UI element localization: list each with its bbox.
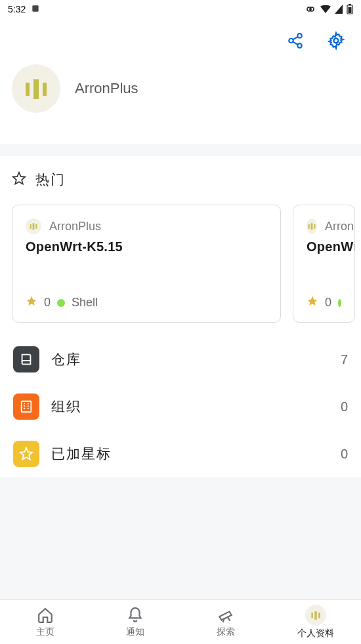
svg-rect-8: [22, 401, 32, 413]
tab-label: 探索: [217, 626, 235, 638]
star-icon: [307, 295, 318, 310]
signal-icon: [335, 5, 343, 14]
repo-card[interactable]: ArronPlus OpenWr 0: [293, 205, 355, 323]
status-indicators: [305, 4, 353, 14]
menu-item-orgs[interactable]: 组织 0: [0, 383, 361, 430]
username: ArronPlus: [75, 80, 138, 97]
language-dot-icon: [57, 299, 65, 307]
svg-rect-3: [349, 7, 352, 13]
menu-label: 已加星标: [51, 445, 329, 463]
org-icon: [13, 393, 39, 420]
popular-section: 热门 ArronPlus OpenWrt-K5.15 0 Shell: [0, 156, 361, 477]
tab-profile[interactable]: 个人资料: [271, 600, 362, 644]
tab-label: 个人资料: [297, 628, 334, 639]
menu-count: 0: [341, 399, 348, 414]
share-icon[interactable]: [285, 30, 306, 51]
menu-item-repos[interactable]: 仓库 7: [0, 336, 361, 383]
svg-point-4: [297, 33, 302, 38]
starred-icon: [13, 441, 39, 467]
language-dot-icon: [338, 299, 341, 307]
tab-label: 主页: [36, 626, 54, 638]
repo-name: OpenWrt-K5.15: [26, 239, 267, 254]
avatar[interactable]: [12, 64, 60, 113]
profile-avatar-icon: [305, 605, 326, 626]
svg-point-5: [289, 39, 293, 43]
status-bar: 5:32: [0, 0, 361, 18]
menu-label: 仓库: [51, 350, 329, 369]
home-icon: [36, 606, 54, 624]
menu-item-starred[interactable]: 已加星标 0: [0, 430, 361, 477]
repo-owner-avatar-icon: [307, 218, 317, 234]
star-icon: [26, 295, 37, 310]
repo-language: Shell: [72, 296, 98, 310]
tab-explore[interactable]: 探索: [180, 600, 271, 644]
battery-icon: [347, 4, 353, 14]
svg-point-6: [297, 43, 302, 48]
star-outline-icon: [12, 171, 26, 188]
repo-owner-avatar-icon: [26, 218, 41, 234]
repo-stars: 0: [44, 296, 51, 310]
telescope-icon: [217, 606, 235, 624]
gear-icon[interactable]: [326, 30, 347, 51]
status-time: 5:32: [8, 4, 26, 14]
bell-icon: [126, 606, 144, 624]
vpn-icon: [305, 6, 316, 12]
repo-owner: ArronPlus: [325, 220, 355, 233]
tab-label: 通知: [126, 626, 144, 638]
wifi-icon: [320, 5, 331, 13]
tab-bar: 主页 通知 探索 个人资料: [0, 599, 361, 644]
menu-count: 7: [341, 352, 348, 367]
menu-label: 组织: [51, 397, 329, 416]
tab-home[interactable]: 主页: [0, 600, 91, 644]
popular-title: 热门: [35, 171, 66, 189]
status-app-icon: [31, 4, 40, 15]
tab-notifications[interactable]: 通知: [91, 600, 181, 644]
svg-rect-0: [33, 5, 39, 11]
svg-rect-2: [349, 4, 351, 5]
profile-header: ArronPlus: [0, 18, 361, 144]
menu-count: 0: [341, 447, 348, 462]
repo-stars: 0: [325, 296, 331, 310]
repo-name: OpenWr: [307, 239, 341, 254]
repo-owner: ArronPlus: [49, 220, 101, 233]
repo-card[interactable]: ArronPlus OpenWrt-K5.15 0 Shell: [12, 205, 281, 323]
repo-icon: [13, 346, 39, 372]
svg-point-7: [334, 39, 339, 43]
